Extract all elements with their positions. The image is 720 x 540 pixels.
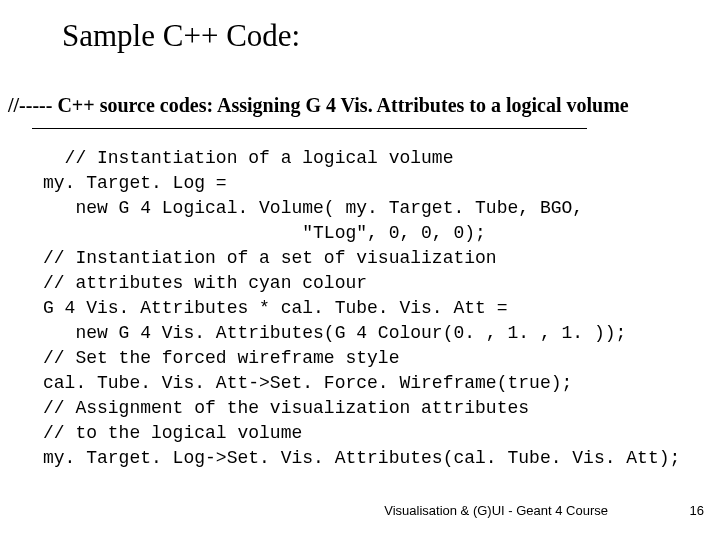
slide-title: Sample C++ Code:	[62, 18, 300, 54]
code-line: // to the logical volume	[43, 423, 302, 443]
code-line: cal. Tube. Vis. Att->Set. Force. Wirefra…	[43, 373, 572, 393]
code-line: my. Target. Log =	[43, 173, 227, 193]
code-line: "TLog", 0, 0, 0);	[43, 223, 486, 243]
code-line: my. Target. Log->Set. Vis. Attributes(ca…	[43, 448, 680, 468]
code-line: new G 4 Vis. Attributes(G 4 Colour(0. , …	[43, 323, 626, 343]
code-line: // Instantiation of a logical volume	[43, 148, 453, 168]
code-line: // Instantiation of a set of visualizati…	[43, 248, 497, 268]
source-header-comment: //----- C++ source codes: Assigning G 4 …	[8, 94, 629, 117]
slide: Sample C++ Code: //----- C++ source code…	[0, 0, 720, 540]
code-line: G 4 Vis. Attributes * cal. Tube. Vis. At…	[43, 298, 507, 318]
code-line: // Assignment of the visualization attri…	[43, 398, 529, 418]
page-number: 16	[690, 503, 704, 518]
code-line: // attributes with cyan colour	[43, 273, 367, 293]
code-block: // Instantiation of a logical volume my.…	[43, 121, 680, 496]
code-line: // Set the forced wireframe style	[43, 348, 399, 368]
footer-text: Visualisation & (G)UI - Geant 4 Course	[384, 503, 608, 518]
code-line: new G 4 Logical. Volume( my. Target. Tub…	[43, 198, 583, 218]
